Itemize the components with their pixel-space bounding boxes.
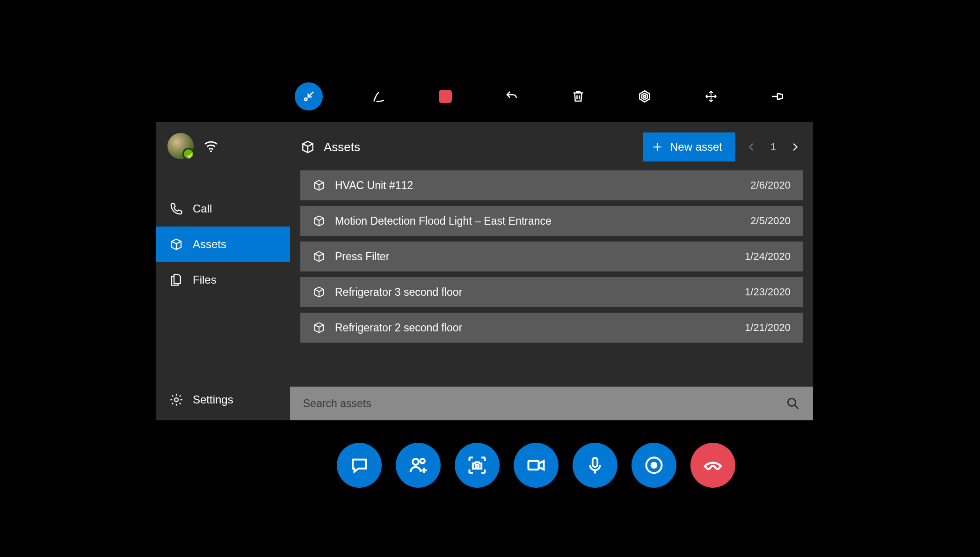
- avatar[interactable]: [167, 133, 194, 159]
- asset-date: 1/21/2020: [745, 322, 791, 334]
- search-icon: [786, 396, 800, 410]
- mic-button[interactable]: [573, 443, 617, 488]
- expand-tool[interactable]: [701, 86, 721, 107]
- new-asset-label: New asset: [670, 140, 722, 154]
- color-square-icon: [439, 90, 452, 103]
- asset-row[interactable]: Refrigerator 2 second floor 1/21/2020: [300, 313, 803, 343]
- asset-date: 1/23/2020: [745, 286, 791, 298]
- sidebar-header: [156, 122, 290, 172]
- asset-row[interactable]: Refrigerator 3 second floor 1/23/2020: [300, 277, 803, 307]
- camera-capture-icon: [467, 455, 487, 476]
- asset-row[interactable]: HVAC Unit #112 2/6/2020: [300, 170, 803, 200]
- asset-date: 1/24/2020: [745, 250, 791, 263]
- expand-icon: [704, 89, 718, 103]
- undo-icon: [505, 89, 519, 103]
- svg-point-5: [174, 398, 178, 402]
- svg-point-3: [644, 95, 646, 97]
- video-icon: [526, 455, 546, 476]
- svg-point-6: [788, 398, 795, 406]
- page-title: Assets: [324, 140, 360, 154]
- pager-prev[interactable]: [744, 139, 760, 155]
- asset-date: 2/6/2020: [750, 179, 791, 191]
- sidebar-item-label: Settings: [193, 393, 233, 406]
- svg-marker-1: [639, 91, 649, 102]
- undo-tool[interactable]: [501, 86, 522, 107]
- svg-rect-11: [593, 458, 598, 467]
- delete-tool[interactable]: [568, 86, 588, 107]
- files-icon: [169, 273, 183, 287]
- chevron-left-icon: [747, 142, 757, 152]
- sidebar: Call Assets Files Settings: [156, 122, 290, 420]
- svg-point-0: [305, 98, 307, 101]
- main-content: Assets New asset 1: [290, 122, 813, 420]
- svg-marker-2: [642, 93, 647, 99]
- chat-icon: [349, 455, 369, 475]
- hangup-icon: [702, 454, 724, 476]
- bottom-toolbar: [337, 443, 735, 488]
- color-tool[interactable]: [435, 86, 456, 107]
- box-icon: [300, 139, 315, 154]
- box-icon: [169, 237, 183, 251]
- svg-point-4: [210, 150, 212, 152]
- box-icon: [312, 286, 326, 299]
- pager-next[interactable]: [787, 139, 803, 155]
- sidebar-item-label: Files: [193, 273, 217, 286]
- top-toolbar: [295, 82, 788, 110]
- ink-icon: [371, 89, 386, 104]
- pin-tool[interactable]: [767, 86, 788, 107]
- shrink-icon: [302, 89, 316, 103]
- trash-icon: [571, 89, 585, 103]
- asset-list: HVAC Unit #112 2/6/2020 Motion Detection…: [300, 170, 803, 343]
- pin-icon: [770, 89, 785, 104]
- main-window: Call Assets Files Settings Assets Ne: [156, 122, 813, 420]
- asset-name: Refrigerator 2 second floor: [335, 322, 745, 334]
- sidebar-item-label: Call: [193, 202, 212, 215]
- add-people-icon: [408, 455, 428, 476]
- sidebar-item-settings[interactable]: Settings: [156, 382, 290, 418]
- asset-name: HVAC Unit #112: [335, 179, 750, 192]
- asset-name: Press Filter: [335, 250, 745, 263]
- main-header: Assets New asset 1: [300, 132, 803, 162]
- asset-date: 2/5/2020: [750, 215, 791, 227]
- asset-row[interactable]: Press Filter 1/24/2020: [300, 242, 803, 271]
- svg-rect-10: [529, 461, 539, 469]
- search-input[interactable]: [303, 397, 786, 410]
- box-icon: [312, 214, 326, 227]
- sidebar-item-call[interactable]: Call: [156, 191, 290, 227]
- gear-icon: [169, 393, 183, 407]
- plus-icon: [651, 141, 663, 153]
- ink-tool[interactable]: [369, 86, 389, 107]
- video-button[interactable]: [514, 443, 559, 488]
- chat-button[interactable]: [337, 443, 382, 488]
- svg-point-8: [420, 459, 425, 463]
- svg-point-13: [651, 462, 658, 469]
- chevron-right-icon: [790, 142, 800, 152]
- target-icon: [637, 89, 652, 104]
- asset-name: Refrigerator 3 second floor: [335, 286, 745, 299]
- pager: 1: [744, 139, 803, 155]
- record-button[interactable]: [632, 443, 676, 488]
- record-icon: [644, 455, 664, 476]
- box-icon: [312, 321, 326, 334]
- sidebar-item-label: Assets: [193, 238, 226, 251]
- box-icon: [312, 179, 326, 192]
- sidebar-item-assets[interactable]: Assets: [156, 227, 290, 262]
- svg-point-9: [476, 465, 479, 468]
- asset-row[interactable]: Motion Detection Flood Light – East Entr…: [300, 206, 803, 236]
- target-tool[interactable]: [634, 86, 655, 107]
- mic-icon: [585, 455, 605, 475]
- search-bar: [290, 387, 813, 420]
- add-people-button[interactable]: [396, 443, 441, 488]
- shrink-tool[interactable]: [295, 82, 323, 110]
- pager-page: 1: [766, 141, 780, 153]
- capture-button[interactable]: [455, 443, 500, 488]
- sidebar-item-files[interactable]: Files: [156, 262, 290, 298]
- box-icon: [312, 250, 326, 263]
- new-asset-button[interactable]: New asset: [643, 132, 735, 161]
- wifi-icon: [203, 138, 219, 154]
- asset-name: Motion Detection Flood Light – East Entr…: [335, 215, 750, 227]
- phone-icon: [169, 202, 183, 216]
- svg-point-7: [413, 459, 419, 465]
- presence-check-icon: [187, 152, 193, 159]
- hangup-button[interactable]: [690, 443, 735, 488]
